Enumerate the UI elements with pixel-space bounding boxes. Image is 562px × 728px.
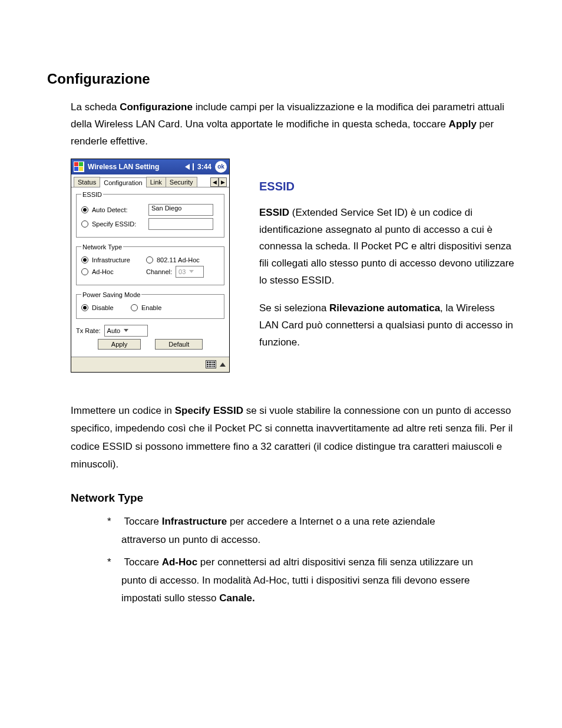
txrate-value: Auto <box>107 327 121 334</box>
text: Toccare <box>124 556 161 568</box>
bold: Rilevazione automatica <box>329 302 440 314</box>
essid-group: ESSID Auto Detect: San Diego Specify ESS… <box>76 191 224 238</box>
up-caret-icon[interactable] <box>220 363 226 367</box>
chevron-down-icon <box>124 329 128 332</box>
power-saving-group: Power Saving Mode Disable Enable <box>76 291 224 319</box>
tab-security[interactable]: Security <box>166 177 197 187</box>
title-bar: Wireless LAN Setting 3:44 ok <box>71 159 229 174</box>
apply-button[interactable]: Apply <box>98 339 141 350</box>
radio-specify-essid[interactable] <box>81 220 88 228</box>
auto-detect-label: Auto Detect: <box>92 206 145 213</box>
radio-psm-disable[interactable] <box>81 304 88 311</box>
network-type-heading: Network Type <box>71 492 515 505</box>
bold: Canale. <box>219 592 254 604</box>
txrate-label: Tx Rate: <box>76 327 101 334</box>
tab-link[interactable]: Link <box>146 177 166 187</box>
default-button[interactable]: Default <box>155 339 203 350</box>
tab-scroll-right-icon[interactable]: ▶ <box>219 177 227 187</box>
psm-disable-label: Disable <box>92 304 127 311</box>
windows-logo-icon <box>74 162 84 172</box>
bold: ESSID <box>259 207 289 218</box>
bold: Infrastructure <box>162 516 227 527</box>
channel-label: Channel: <box>146 268 172 275</box>
intro-paragraph: La scheda Configurazione include campi p… <box>47 99 515 150</box>
list-item: Toccare Ad-Hoc per connettersi ad altri … <box>107 554 480 608</box>
nettype-legend: Network Type <box>81 243 123 251</box>
radio-infrastructure[interactable] <box>81 256 88 263</box>
bold: Apply <box>449 118 477 130</box>
channel-select[interactable]: 03 <box>176 266 204 278</box>
text: Se si seleziona <box>259 302 329 314</box>
bold: Ad-Hoc <box>162 556 197 568</box>
essid-description: ESSID ESSID (Extended Service Set ID) è … <box>259 159 515 362</box>
speaker-icon[interactable] <box>185 164 190 170</box>
ok-button[interactable]: ok <box>215 161 227 173</box>
network-type-group: Network Type Infrastructure 802.11 Ad-Ho… <box>76 243 224 285</box>
auto-detect-value[interactable]: San Diego <box>148 204 213 216</box>
text: Toccare <box>124 516 161 527</box>
essid-legend: ESSID <box>81 191 103 198</box>
bold: Specify ESSID <box>175 405 243 416</box>
tab-configuration[interactable]: Configuration <box>100 177 146 187</box>
pocketpc-screenshot: Wireless LAN Setting 3:44 ok Status Conf… <box>71 159 230 373</box>
list-item: Toccare Infrastructure per accedere a In… <box>107 513 480 549</box>
radio-80211-adhoc[interactable] <box>146 256 153 263</box>
80211-adhoc-label: 802.11 Ad-Hoc <box>157 256 200 263</box>
psm-enable-label: Enable <box>141 304 161 311</box>
bottom-bar <box>71 357 229 372</box>
text: Immettere un codice in <box>71 405 175 416</box>
radio-psm-enable[interactable] <box>131 304 138 311</box>
txrate-select[interactable]: Auto <box>104 325 148 337</box>
essid-heading: ESSID <box>259 176 515 196</box>
channel-value: 03 <box>178 268 186 275</box>
psm-legend: Power Saving Mode <box>81 291 141 298</box>
text: La scheda <box>71 101 120 113</box>
tab-status[interactable]: Status <box>74 177 100 187</box>
tab-bar: Status Configuration Link Security ◀ ▶ <box>71 174 229 187</box>
clock: 3:44 <box>197 163 211 171</box>
tab-scroll-left-icon[interactable]: ◀ <box>210 177 219 187</box>
radio-auto-detect[interactable] <box>81 206 88 213</box>
config-pane: ESSID Auto Detect: San Diego Specify ESS… <box>71 187 229 357</box>
adhoc-label: Ad-Hoc <box>92 268 143 275</box>
text: (Extended Service Set ID) è un codice di… <box>259 207 514 286</box>
page-title: Configurazione <box>47 71 515 87</box>
specify-essid-input[interactable] <box>148 218 213 230</box>
infrastructure-label: Infrastructure <box>92 256 143 263</box>
specify-essid-label: Specify ESSID: <box>92 220 145 228</box>
chevron-down-icon <box>189 270 194 273</box>
radio-adhoc[interactable] <box>81 268 88 275</box>
bold: Configurazione <box>120 101 193 113</box>
keyboard-icon[interactable] <box>206 360 216 368</box>
window-title: Wireless LAN Setting <box>88 163 159 171</box>
network-type-list: Toccare Infrastructure per accedere a In… <box>47 513 515 608</box>
specify-essid-paragraph: Immettere un codice in Specify ESSID se … <box>47 402 515 474</box>
document-page: Configurazione La scheda Configurazione … <box>0 0 562 648</box>
